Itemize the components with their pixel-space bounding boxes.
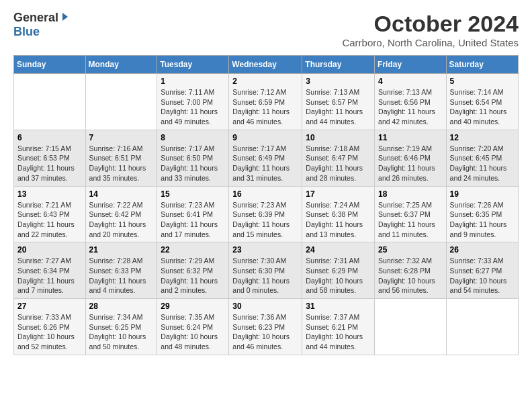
day-number: 11 <box>378 133 443 142</box>
calendar-cell: 1Sunrise: 7:11 AM Sunset: 7:00 PM Daylig… <box>157 74 229 130</box>
day-info: Sunrise: 7:21 AM Sunset: 6:43 PM Dayligh… <box>17 200 82 240</box>
main-title: October 2024 <box>342 11 519 37</box>
day-number: 9 <box>232 133 298 142</box>
calendar-cell <box>14 74 86 130</box>
calendar-cell: 26Sunrise: 7:33 AM Sunset: 6:27 PM Dayli… <box>446 242 518 299</box>
day-info: Sunrise: 7:16 AM Sunset: 6:51 PM Dayligh… <box>89 144 154 183</box>
day-info: Sunrise: 7:36 AM Sunset: 6:23 PM Dayligh… <box>232 312 298 352</box>
calendar-week-5: 27Sunrise: 7:33 AM Sunset: 6:26 PM Dayli… <box>14 299 519 355</box>
header-sunday: Sunday <box>14 56 86 74</box>
day-info: Sunrise: 7:29 AM Sunset: 6:32 PM Dayligh… <box>161 256 225 295</box>
day-info: Sunrise: 7:33 AM Sunset: 6:27 PM Dayligh… <box>450 256 515 295</box>
calendar-week-4: 20Sunrise: 7:27 AM Sunset: 6:34 PM Dayli… <box>14 242 519 299</box>
calendar-cell: 20Sunrise: 7:27 AM Sunset: 6:34 PM Dayli… <box>14 242 86 299</box>
day-info: Sunrise: 7:23 AM Sunset: 6:39 PM Dayligh… <box>232 200 298 240</box>
day-info: Sunrise: 7:18 AM Sunset: 6:47 PM Dayligh… <box>306 144 371 183</box>
calendar-cell: 15Sunrise: 7:23 AM Sunset: 6:41 PM Dayli… <box>157 186 229 242</box>
day-number: 27 <box>17 302 82 311</box>
calendar-cell <box>446 299 518 355</box>
day-info: Sunrise: 7:13 AM Sunset: 6:56 PM Dayligh… <box>378 87 443 127</box>
day-info: Sunrise: 7:35 AM Sunset: 6:24 PM Dayligh… <box>161 312 225 352</box>
day-info: Sunrise: 7:24 AM Sunset: 6:38 PM Dayligh… <box>306 200 371 240</box>
day-number: 22 <box>161 245 225 255</box>
day-number: 20 <box>17 245 82 255</box>
day-info: Sunrise: 7:30 AM Sunset: 6:30 PM Dayligh… <box>232 256 298 295</box>
day-info: Sunrise: 7:15 AM Sunset: 6:53 PM Dayligh… <box>17 144 82 183</box>
day-info: Sunrise: 7:11 AM Sunset: 7:00 PM Dayligh… <box>161 87 225 127</box>
header-tuesday: Tuesday <box>157 56 229 74</box>
calendar-cell: 16Sunrise: 7:23 AM Sunset: 6:39 PM Dayli… <box>229 186 302 242</box>
logo: General Blue <box>13 11 71 39</box>
header-wednesday: Wednesday <box>229 56 302 74</box>
header-saturday: Saturday <box>446 56 518 74</box>
day-number: 10 <box>306 133 371 142</box>
calendar-header-row: SundayMondayTuesdayWednesdayThursdayFrid… <box>14 56 519 74</box>
day-info: Sunrise: 7:14 AM Sunset: 6:54 PM Dayligh… <box>450 87 515 127</box>
calendar-cell: 25Sunrise: 7:32 AM Sunset: 6:28 PM Dayli… <box>375 242 447 299</box>
calendar-cell: 22Sunrise: 7:29 AM Sunset: 6:32 PM Dayli… <box>157 242 229 299</box>
day-number: 12 <box>450 133 515 142</box>
day-info: Sunrise: 7:31 AM Sunset: 6:29 PM Dayligh… <box>306 256 371 295</box>
calendar-cell: 4Sunrise: 7:13 AM Sunset: 6:56 PM Daylig… <box>375 74 447 130</box>
day-info: Sunrise: 7:12 AM Sunset: 6:59 PM Dayligh… <box>232 87 298 127</box>
calendar-cell: 3Sunrise: 7:13 AM Sunset: 6:57 PM Daylig… <box>302 74 375 130</box>
calendar-cell: 2Sunrise: 7:12 AM Sunset: 6:59 PM Daylig… <box>229 74 302 130</box>
day-number: 23 <box>232 245 298 255</box>
header-friday: Friday <box>375 56 447 74</box>
day-info: Sunrise: 7:28 AM Sunset: 6:33 PM Dayligh… <box>89 256 154 295</box>
day-number: 7 <box>89 133 154 142</box>
calendar-cell: 18Sunrise: 7:25 AM Sunset: 6:37 PM Dayli… <box>375 186 447 242</box>
svg-marker-0 <box>62 13 68 21</box>
subtitle: Carrboro, North Carolina, United States <box>342 37 519 48</box>
day-number: 18 <box>378 189 443 199</box>
day-number: 25 <box>378 245 443 255</box>
day-number: 26 <box>450 245 515 255</box>
header-thursday: Thursday <box>302 56 375 74</box>
day-info: Sunrise: 7:13 AM Sunset: 6:57 PM Dayligh… <box>306 87 371 127</box>
day-info: Sunrise: 7:17 AM Sunset: 6:49 PM Dayligh… <box>232 144 298 183</box>
calendar-cell: 17Sunrise: 7:24 AM Sunset: 6:38 PM Dayli… <box>302 186 375 242</box>
day-number: 2 <box>232 77 298 86</box>
day-number: 21 <box>89 245 154 255</box>
day-number: 19 <box>450 189 515 199</box>
calendar-cell: 7Sunrise: 7:16 AM Sunset: 6:51 PM Daylig… <box>85 130 157 186</box>
calendar-cell: 19Sunrise: 7:26 AM Sunset: 6:35 PM Dayli… <box>446 186 518 242</box>
day-number: 3 <box>306 77 371 86</box>
calendar-week-1: 1Sunrise: 7:11 AM Sunset: 7:00 PM Daylig… <box>14 74 519 130</box>
calendar-cell: 14Sunrise: 7:22 AM Sunset: 6:42 PM Dayli… <box>85 186 157 242</box>
day-number: 16 <box>232 189 298 199</box>
calendar-cell: 10Sunrise: 7:18 AM Sunset: 6:47 PM Dayli… <box>302 130 375 186</box>
day-info: Sunrise: 7:17 AM Sunset: 6:50 PM Dayligh… <box>161 144 225 183</box>
day-number: 30 <box>232 302 298 311</box>
day-info: Sunrise: 7:34 AM Sunset: 6:25 PM Dayligh… <box>89 312 154 352</box>
calendar-cell: 9Sunrise: 7:17 AM Sunset: 6:49 PM Daylig… <box>229 130 302 186</box>
calendar-table: SundayMondayTuesdayWednesdayThursdayFrid… <box>13 55 519 355</box>
day-number: 17 <box>306 189 371 199</box>
day-number: 13 <box>17 189 82 199</box>
day-number: 15 <box>161 189 225 199</box>
title-area: October 2024 Carrboro, North Carolina, U… <box>342 11 519 48</box>
logo-arrow-icon <box>60 11 71 25</box>
day-info: Sunrise: 7:25 AM Sunset: 6:37 PM Dayligh… <box>378 200 443 240</box>
calendar-cell: 11Sunrise: 7:19 AM Sunset: 6:46 PM Dayli… <box>375 130 447 186</box>
header-monday: Monday <box>85 56 157 74</box>
calendar-week-3: 13Sunrise: 7:21 AM Sunset: 6:43 PM Dayli… <box>14 186 519 242</box>
calendar-cell: 31Sunrise: 7:37 AM Sunset: 6:21 PM Dayli… <box>302 299 375 355</box>
calendar-cell: 12Sunrise: 7:20 AM Sunset: 6:45 PM Dayli… <box>446 130 518 186</box>
calendar-cell <box>375 299 447 355</box>
calendar-cell: 29Sunrise: 7:35 AM Sunset: 6:24 PM Dayli… <box>157 299 229 355</box>
day-number: 1 <box>161 77 225 86</box>
day-info: Sunrise: 7:22 AM Sunset: 6:42 PM Dayligh… <box>89 200 154 240</box>
calendar-cell <box>85 74 157 130</box>
calendar-week-2: 6Sunrise: 7:15 AM Sunset: 6:53 PM Daylig… <box>14 130 519 186</box>
day-info: Sunrise: 7:27 AM Sunset: 6:34 PM Dayligh… <box>17 256 82 295</box>
day-number: 24 <box>306 245 371 255</box>
calendar-cell: 13Sunrise: 7:21 AM Sunset: 6:43 PM Dayli… <box>14 186 86 242</box>
calendar-cell: 30Sunrise: 7:36 AM Sunset: 6:23 PM Dayli… <box>229 299 302 355</box>
day-number: 5 <box>450 77 515 86</box>
calendar-cell: 27Sunrise: 7:33 AM Sunset: 6:26 PM Dayli… <box>14 299 86 355</box>
logo-general-text: General <box>13 11 58 25</box>
calendar-cell: 28Sunrise: 7:34 AM Sunset: 6:25 PM Dayli… <box>85 299 157 355</box>
day-info: Sunrise: 7:32 AM Sunset: 6:28 PM Dayligh… <box>378 256 443 295</box>
day-number: 6 <box>17 133 82 142</box>
